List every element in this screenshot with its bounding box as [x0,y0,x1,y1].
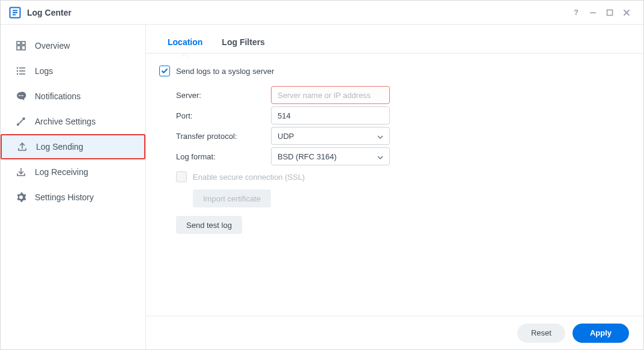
svg-rect-9 [17,46,20,50]
svg-point-17 [19,95,20,96]
chevron-down-icon [377,152,383,161]
sidebar-item-label: Logs [35,66,145,76]
svg-point-19 [22,95,23,96]
titlebar: Log Center ? [1,1,643,25]
log-format-select[interactable]: BSD (RFC 3164) [271,147,390,165]
send-logs-label: Send logs to a syslog server [176,67,274,76]
sidebar-item-label: Settings History [35,192,145,202]
button-label: Import certificate [203,194,261,203]
content: Send logs to a syslog server Server: Por… [146,54,643,316]
svg-point-18 [20,95,22,96]
svg-rect-8 [22,41,25,45]
app-title: Log Center [27,8,71,17]
svg-rect-14 [19,70,25,72]
body: Overview Logs Notifications Archive Sett… [1,25,643,349]
sidebar-item-label: Archive Settings [35,117,145,126]
send-logs-checkbox[interactable] [159,66,170,76]
sidebar-item-log-sending[interactable]: Log Sending [1,134,145,159]
protocol-select[interactable]: UDP [271,127,390,145]
svg-point-13 [17,70,19,72]
sidebar-item-label: Notifications [35,91,145,101]
svg-rect-10 [22,46,25,50]
sidebar-item-label: Log Receiving [35,167,145,177]
protocol-label: Transfer protocol: [176,132,271,141]
ssl-checkbox [176,171,187,182]
form-block: Server: Port: Transfer protocol: UDP [159,85,630,234]
svg-rect-6 [607,10,613,15]
svg-text:?: ? [574,8,579,17]
tab-location[interactable]: Location [158,32,212,53]
apply-button[interactable]: Apply [573,324,629,343]
main: Location Log Filters Send logs to a sysl… [146,25,643,349]
svg-point-15 [17,73,19,75]
dashboard-icon [16,40,26,51]
window: Log Center ? Overview [0,0,644,350]
log-format-value: BSD (RFC 3164) [278,152,336,161]
list-icon [16,66,26,76]
chat-icon [16,91,26,102]
svg-rect-16 [19,73,25,75]
chevron-down-icon [377,132,383,141]
port-input[interactable] [271,106,390,124]
button-label: Send test log [186,221,232,230]
log-format-label: Log format: [176,152,271,161]
protocol-value: UDP [278,132,294,141]
close-button[interactable] [618,4,635,21]
tools-icon [16,116,26,127]
sidebar-item-logs[interactable]: Logs [1,58,145,84]
port-label: Port: [176,111,271,120]
sidebar-item-label: Overview [35,41,145,51]
server-input[interactable] [271,86,390,104]
download-icon [16,167,26,177]
footer: Reset Apply [146,316,643,349]
gear-icon [16,192,26,203]
sidebar-item-settings-history[interactable]: Settings History [1,185,145,210]
button-label: Apply [590,328,612,337]
help-button[interactable]: ? [568,4,585,21]
sidebar-item-log-receiving[interactable]: Log Receiving [1,159,145,185]
svg-rect-12 [19,67,25,69]
sidebar-item-notifications[interactable]: Notifications [1,84,145,109]
svg-rect-7 [17,41,20,45]
tabs: Location Log Filters [146,25,643,54]
sidebar-item-overview[interactable]: Overview [1,33,145,58]
minimize-button[interactable] [585,4,601,21]
tab-label: Log Filters [222,37,265,47]
server-label: Server: [176,91,271,100]
tab-label: Location [168,37,202,47]
svg-point-20 [17,123,19,126]
svg-rect-5 [590,12,596,13]
send-test-log-button[interactable]: Send test log [176,216,242,234]
sidebar-item-archive-settings[interactable]: Archive Settings [1,109,145,134]
import-certificate-button: Import certificate [193,189,271,207]
tab-log-filters[interactable]: Log Filters [212,32,275,53]
ssl-label: Enable secure connection (SSL) [193,173,305,182]
reset-button[interactable]: Reset [517,324,565,343]
svg-point-11 [17,67,19,69]
button-label: Reset [531,328,551,337]
sidebar-item-label: Log Sending [36,142,144,152]
upload-icon [17,141,28,152]
log-center-app-icon [9,7,21,19]
sidebar: Overview Logs Notifications Archive Sett… [1,25,146,349]
maximize-button[interactable] [601,4,618,21]
